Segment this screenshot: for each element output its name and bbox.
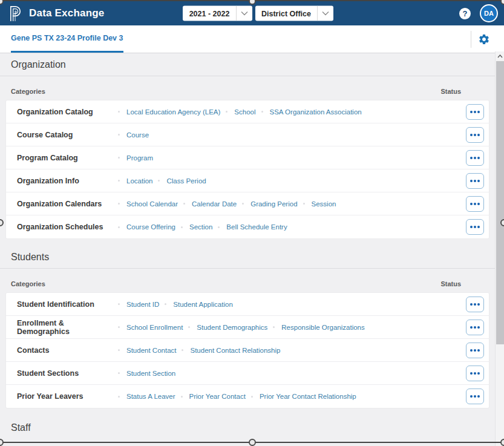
scrollbar-thumb[interactable] bbox=[496, 61, 504, 344]
categories-card: Organization Catalog Local Education Age… bbox=[6, 100, 489, 238]
chevron-down-icon[interactable] bbox=[236, 6, 252, 21]
link-separator-dot bbox=[165, 303, 166, 305]
settings-button[interactable] bbox=[478, 33, 490, 45]
chevron-down-icon[interactable] bbox=[317, 6, 333, 21]
entity-links: Local Education Agency (LEA) School SSA … bbox=[113, 108, 466, 116]
row-actions-button[interactable] bbox=[466, 150, 484, 166]
row-actions-button[interactable] bbox=[466, 320, 484, 335]
entity-link[interactable]: Course bbox=[126, 131, 149, 139]
link-separator-dot bbox=[158, 180, 160, 182]
app-window: Data Exchange 2021 - 2022 District Offic… bbox=[0, 0, 504, 446]
entity-link[interactable]: SSA Organization Association bbox=[270, 108, 362, 116]
entity-link[interactable]: Student Section bbox=[126, 370, 175, 377]
entity-link[interactable]: Bell Schedule Entry bbox=[226, 223, 287, 231]
table-row: Organization Catalog Local Education Age… bbox=[6, 100, 489, 123]
entity-link[interactable]: Student Demographics bbox=[197, 324, 267, 331]
context-select[interactable]: District Office bbox=[255, 6, 333, 21]
section-title: Organization bbox=[11, 59, 495, 76]
category-name: Course Catalog bbox=[11, 131, 113, 139]
entity-link[interactable]: Course Offering bbox=[126, 223, 175, 231]
help-icon[interactable]: ? bbox=[459, 8, 471, 19]
row-actions-button[interactable] bbox=[466, 366, 484, 381]
ellipsis-icon bbox=[470, 111, 473, 113]
row-actions-button[interactable] bbox=[466, 343, 484, 358]
link-separator-dot bbox=[181, 396, 183, 398]
entity-link[interactable]: Prior Year Contact Relationship bbox=[260, 393, 356, 400]
link-separator-dot bbox=[242, 203, 244, 205]
table-row: Program Catalog Program bbox=[6, 146, 489, 169]
selection-handle[interactable] bbox=[500, 219, 504, 226]
ellipsis-icon bbox=[470, 349, 473, 352]
scroll-up-icon[interactable] bbox=[496, 51, 504, 61]
row-actions-button[interactable] bbox=[466, 173, 484, 189]
entity-link[interactable]: Section bbox=[189, 223, 212, 231]
column-labels: Categories Status bbox=[11, 76, 461, 100]
entity-links: Student Section bbox=[113, 370, 466, 377]
row-actions-button[interactable] bbox=[466, 389, 484, 404]
link-separator-dot bbox=[181, 226, 183, 228]
ellipsis-icon bbox=[470, 134, 473, 136]
entity-link[interactable]: Local Education Agency (LEA) bbox=[126, 108, 220, 116]
table-row: Prior Year Leavers Status A Leaver Prior… bbox=[6, 385, 489, 408]
vertical-scrollbar[interactable] bbox=[495, 51, 504, 446]
entity-links: School Enrollment Student Demographics R… bbox=[113, 324, 466, 331]
row-actions-button[interactable] bbox=[466, 297, 484, 312]
categories-label: Categories bbox=[11, 88, 45, 95]
link-separator-dot bbox=[118, 134, 120, 136]
row-actions-button[interactable] bbox=[466, 219, 484, 235]
entity-link[interactable]: Student Application bbox=[173, 301, 232, 308]
entity-link[interactable]: Student Contact Relationship bbox=[190, 347, 280, 354]
link-separator-dot bbox=[261, 111, 263, 113]
entity-link[interactable]: Responsible Organizations bbox=[281, 324, 364, 331]
ellipsis-icon bbox=[470, 372, 473, 375]
school-year-select[interactable]: 2021 - 2022 bbox=[183, 6, 252, 21]
link-separator-dot bbox=[118, 203, 120, 205]
link-separator-dot bbox=[218, 226, 220, 228]
categories-label: Categories bbox=[11, 280, 45, 287]
row-actions-button[interactable] bbox=[466, 196, 484, 212]
entity-link[interactable]: Location bbox=[126, 177, 152, 185]
entity-link[interactable]: School Enrollment bbox=[126, 324, 183, 331]
app-header: Data Exchange 2021 - 2022 District Offic… bbox=[0, 1, 504, 25]
entity-link[interactable]: Grading Period bbox=[250, 200, 297, 208]
section-organization: Organization Categories Status Organizat… bbox=[0, 59, 495, 238]
selection-handle[interactable] bbox=[500, 439, 504, 446]
section-staff: Staff bbox=[0, 422, 495, 439]
row-actions-button[interactable] bbox=[466, 127, 484, 143]
entity-link[interactable]: Status A Leaver bbox=[126, 393, 175, 400]
link-separator-dot bbox=[118, 349, 120, 351]
category-name: Organization Info bbox=[11, 177, 113, 185]
entity-link[interactable]: School Calendar bbox=[126, 200, 178, 208]
tab-profile[interactable]: Gene PS TX 23-24 Profile Dev 3 bbox=[11, 25, 123, 53]
category-name: Organization Schedules bbox=[11, 223, 113, 231]
link-separator-dot bbox=[303, 203, 305, 205]
entity-link[interactable]: Class Period bbox=[166, 177, 206, 185]
entity-link[interactable]: Calendar Date bbox=[192, 200, 237, 208]
categories-card: Student Identification Student ID Studen… bbox=[6, 293, 489, 408]
ellipsis-icon bbox=[470, 203, 473, 205]
link-separator-dot bbox=[188, 326, 190, 328]
link-separator-dot bbox=[118, 372, 120, 374]
row-actions-button[interactable] bbox=[466, 104, 484, 120]
entity-links: Student ID Student Application bbox=[113, 301, 466, 308]
category-name: Organization Catalog bbox=[11, 108, 113, 116]
entity-link[interactable]: Program bbox=[126, 154, 153, 162]
selection-handle[interactable] bbox=[249, 439, 256, 446]
entity-link[interactable]: School bbox=[234, 108, 255, 116]
gear-icon bbox=[478, 33, 490, 45]
section-students: Students Categories Status Student Ident… bbox=[0, 252, 495, 408]
category-name: Prior Year Leavers bbox=[11, 392, 113, 401]
link-separator-dot bbox=[226, 111, 227, 113]
column-labels: Categories Status bbox=[11, 269, 461, 293]
ellipsis-icon bbox=[470, 326, 473, 329]
app-title: Data Exchange bbox=[29, 7, 104, 19]
entity-link[interactable]: Session bbox=[312, 200, 336, 208]
entity-links: Course bbox=[113, 131, 466, 139]
entity-link[interactable]: Student ID bbox=[126, 301, 159, 308]
table-row: Organization Info Location Class Period bbox=[6, 169, 489, 192]
entity-link[interactable]: Prior Year Contact bbox=[189, 393, 246, 400]
entity-link[interactable]: Student Contact bbox=[126, 347, 176, 354]
entity-links: Course Offering Section Bell Schedule En… bbox=[113, 223, 466, 231]
avatar[interactable]: DA bbox=[480, 4, 498, 22]
category-name: Enrollment & Demographics bbox=[11, 319, 113, 336]
